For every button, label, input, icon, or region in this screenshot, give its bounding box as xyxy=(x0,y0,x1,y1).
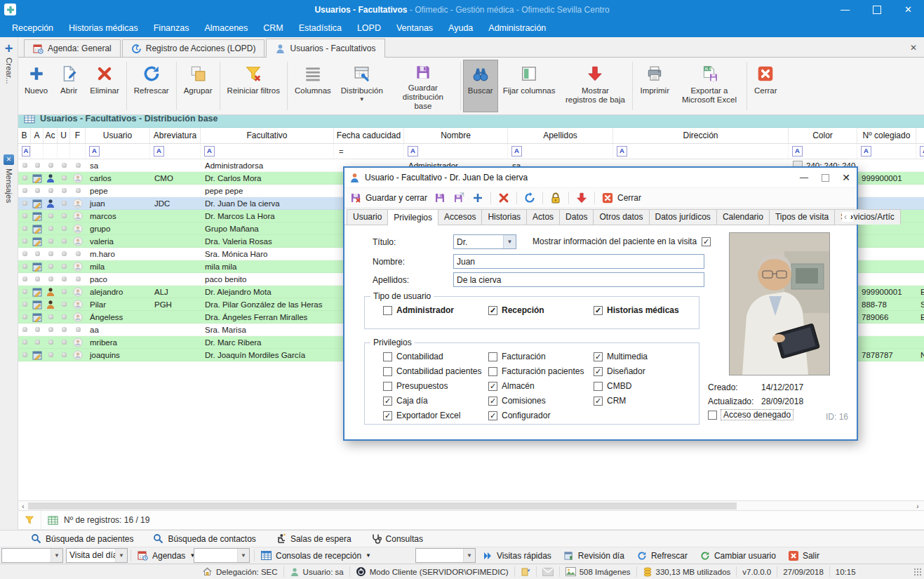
dialog-toolbar-add-icon[interactable] xyxy=(471,192,484,204)
menu-item-historias-medicas[interactable]: Historias médicas xyxy=(61,19,146,37)
quick-busqueda-de-pacientes[interactable]: Búsqueda de pacientes xyxy=(31,533,133,544)
quick-salas-de-espera[interactable]: Salas de espera xyxy=(276,533,351,544)
autofilter-icon[interactable]: A xyxy=(89,146,100,157)
menu-item-crm[interactable]: CRM xyxy=(255,19,290,37)
ribbon-agrupar[interactable]: Agrupar xyxy=(179,60,217,112)
ribbon-abrir[interactable]: Abrir xyxy=(53,60,85,112)
acceso-denegado-checkbox[interactable] xyxy=(708,411,717,420)
priv-option-contabilidad-pacientes[interactable]: Contabilidad pacientes xyxy=(383,366,488,376)
minimize-button[interactable]: — xyxy=(829,0,861,19)
dialog-tab-tipos-de-visita[interactable]: Tipos de visita xyxy=(769,209,835,225)
footer-combo-1[interactable]: ▼ xyxy=(1,548,63,563)
dialog-toolbar-down-red-icon[interactable] xyxy=(575,192,588,204)
autofilter-icon[interactable]: A xyxy=(792,146,803,157)
column-header-usuario[interactable]: Usuario xyxy=(86,128,150,143)
footer-combo-4[interactable]: ▼ xyxy=(415,548,476,563)
column-filter-6[interactable]: A xyxy=(150,144,201,159)
column-header-color[interactable]: Color xyxy=(789,128,857,143)
priv-option-exportador-excel[interactable]: ✓Exportador Excel xyxy=(383,411,488,420)
column-header-direccion[interactable]: Dirección xyxy=(613,128,789,143)
checkbox[interactable] xyxy=(488,367,497,376)
dialog-toolbar-lock-icon[interactable] xyxy=(549,192,562,204)
column-filter-8[interactable]: = xyxy=(334,144,404,159)
ribbon-fijar-columnas[interactable]: Fijar columnas xyxy=(498,60,561,112)
checkbox[interactable] xyxy=(383,382,392,391)
autofilter-icon[interactable]: A xyxy=(154,146,164,157)
autofilter-icon[interactable]: A xyxy=(204,146,215,157)
dialog-titlebar[interactable]: Usuario - Facultativo - Dr. Juan De la c… xyxy=(344,168,857,187)
dialog-tab-calendario[interactable]: Calendario xyxy=(716,209,770,225)
chevron-down-icon[interactable]: ▼ xyxy=(503,235,516,248)
priv-option-crm[interactable]: ✓CRM xyxy=(594,396,699,406)
autofilter-icon[interactable]: A xyxy=(617,146,627,157)
column-header-item[interactable] xyxy=(916,128,924,143)
checkbox[interactable]: ✓ xyxy=(488,411,497,420)
ribbon-mostrar-registros-de-baja[interactable]: Mostrar registros de baja xyxy=(560,60,630,112)
column-header-n-colegiado[interactable]: Nº colegiado xyxy=(857,128,916,143)
dialog-toolbar-save-new-icon[interactable] xyxy=(453,192,465,204)
dialog-tab-historias[interactable]: Historias xyxy=(481,209,527,225)
tab-close-icon[interactable]: ✕ xyxy=(910,43,917,53)
chevron-down-icon[interactable]: ▼ xyxy=(237,549,249,562)
ribbon-guardar-distribucion-base[interactable]: Guardar distribución base xyxy=(388,60,458,112)
dialog-tab-privilegios[interactable]: Privilegios xyxy=(387,209,438,225)
dialog-minimize-button[interactable]: — xyxy=(794,168,815,187)
column-filter-4[interactable] xyxy=(70,144,86,159)
ribbon-buscar[interactable]: Buscar xyxy=(463,60,498,112)
dialog-tab-otros-datos[interactable]: Otros datos xyxy=(593,209,649,225)
column-header-nombre[interactable]: Nombre xyxy=(404,128,508,143)
footer-combo-3[interactable]: ▼ xyxy=(194,548,250,563)
autofilter-icon[interactable]: A xyxy=(920,146,924,157)
column-header-facultativo[interactable]: Facultativo xyxy=(201,128,334,143)
mostrar-info-checkbox[interactable]: ✓ xyxy=(702,237,711,246)
column-header-b[interactable]: B xyxy=(18,128,31,143)
visita-del-dia-combo[interactable]: Visita del día ▼ xyxy=(66,548,128,563)
priv-option-facturacion[interactable]: Facturación xyxy=(488,352,594,361)
column-filter-3[interactable] xyxy=(58,144,70,159)
equals-filter-icon[interactable]: = xyxy=(339,147,343,156)
dialog-tab-datos[interactable]: Datos xyxy=(559,209,594,225)
column-header-f[interactable]: F xyxy=(70,128,86,143)
tab-agenda-general[interactable]: Agenda: General xyxy=(24,39,121,57)
menu-item-recepcion[interactable]: Recepción xyxy=(4,19,61,37)
tipo-option-historias-medicas[interactable]: ✓Historias médicas xyxy=(594,305,699,315)
ribbon-distribucion[interactable]: Distribución▼ xyxy=(336,60,388,112)
column-filter-14[interactable]: A xyxy=(916,144,924,159)
footer-revision-dia[interactable]: Revisión día xyxy=(564,551,624,561)
footer-cambiar-usuario[interactable]: Cambiar usuario xyxy=(700,551,776,561)
column-filter-0[interactable]: A xyxy=(18,144,31,159)
mostrar-info-field[interactable]: Mostrar información del paciente en la v… xyxy=(533,237,711,246)
quick-consultas[interactable]: Consultas xyxy=(371,533,423,544)
menu-item-finanzas[interactable]: Finanzas xyxy=(146,19,197,37)
dialog-toolbar-delete-icon[interactable] xyxy=(497,192,510,204)
priv-option-disenador[interactable]: ✓Diseñador xyxy=(594,366,699,376)
dialog-close-button[interactable]: ✕ xyxy=(836,168,857,187)
priv-option-comisiones[interactable]: ✓Comisiones xyxy=(488,396,594,406)
chevron-down-icon[interactable]: ▼ xyxy=(463,549,475,562)
column-filter-13[interactable]: A xyxy=(857,144,916,159)
tipo-option-recepcion[interactable]: ✓Recepción xyxy=(488,305,594,315)
apellidos-input[interactable] xyxy=(453,272,704,287)
chevron-down-icon[interactable]: ▼ xyxy=(115,549,127,562)
maximize-button[interactable] xyxy=(861,0,892,19)
resize-grip[interactable] xyxy=(913,568,921,575)
checkbox[interactable]: ✓ xyxy=(383,411,392,420)
dialog-toolbar-guardar-y-cerrar[interactable]: Guardar y cerrar xyxy=(349,192,427,204)
footer-refrescar[interactable]: Refrescar xyxy=(637,551,688,561)
scroll-left-icon[interactable]: ‹ xyxy=(18,503,28,510)
priv-option-facturacion-pacientes[interactable]: Facturación pacientes xyxy=(488,366,594,376)
tab-registro-de-acciones-lopd[interactable]: Registro de Acciones (LOPD) xyxy=(122,39,265,57)
column-header-apellidos[interactable]: Apellidos xyxy=(508,128,613,143)
dialog-maximize-button[interactable] xyxy=(815,168,836,187)
checkbox[interactable]: ✓ xyxy=(594,352,603,361)
checkbox[interactable] xyxy=(488,352,497,361)
close-button[interactable]: ✕ xyxy=(892,0,924,19)
priv-option-presupuestos[interactable]: Presupuestos xyxy=(383,381,488,391)
autofilter-icon[interactable]: A xyxy=(511,146,522,157)
checkbox[interactable]: ✓ xyxy=(594,306,603,315)
column-filter-1[interactable] xyxy=(31,144,43,159)
dialog-tab-actos[interactable]: Actos xyxy=(526,209,560,225)
ribbon-columnas[interactable]: Columnas xyxy=(290,60,336,112)
checkbox[interactable]: ✓ xyxy=(594,367,603,376)
menu-item-ayuda[interactable]: Ayuda xyxy=(441,19,481,37)
